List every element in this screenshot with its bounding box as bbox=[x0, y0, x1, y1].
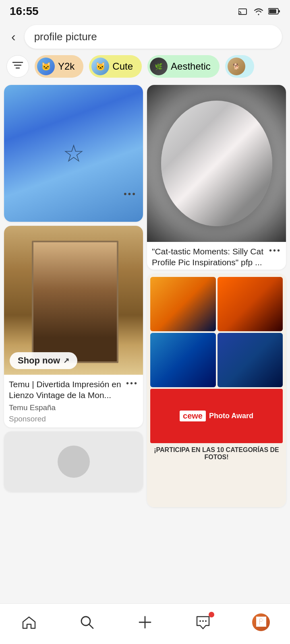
status-bar: 16:55 bbox=[0, 0, 290, 21]
filter-icon bbox=[12, 61, 23, 72]
bottom-nav: 🅿 bbox=[0, 603, 290, 644]
svg-line-9 bbox=[89, 624, 93, 628]
chip-aesthetic[interactable]: 🌿 Aesthetic bbox=[147, 55, 220, 78]
cewe-award-text: Photo Award bbox=[209, 412, 253, 420]
photo-thumb-3 bbox=[150, 333, 216, 387]
pin-photo-award[interactable]: cewe Photo Award ¡PARTICIPA EN LAS 10 CA… bbox=[147, 274, 286, 507]
mona-ad-more[interactable]: ••• bbox=[126, 379, 138, 388]
chip-y2k-avatar: 🐱 bbox=[37, 58, 55, 75]
fisheye-title-row: "Cat-tastic Moments: Silly Cat Profile P… bbox=[147, 242, 286, 270]
filter-button[interactable] bbox=[6, 55, 29, 78]
pin-mona-image: Shop now ↗ bbox=[4, 226, 143, 375]
svg-point-13 bbox=[202, 620, 204, 622]
gray-circle bbox=[58, 446, 90, 478]
photo-award-description: ¡PARTICIPA EN LAS 10 CATEGORÍAS DE FOTOS… bbox=[150, 445, 283, 499]
pin-blue-cat[interactable]: ••• bbox=[4, 85, 143, 222]
messages-badge bbox=[209, 612, 214, 617]
search-input-text: profile picture bbox=[34, 31, 97, 43]
pin-fisheye-image bbox=[147, 85, 286, 242]
search-bar-row: ‹ profile picture bbox=[0, 21, 290, 55]
chip-extra[interactable]: 🐕 bbox=[225, 55, 254, 78]
chip-cute[interactable]: 🐱 Cute bbox=[89, 55, 142, 78]
search-input-wrap[interactable]: profile picture bbox=[25, 25, 282, 49]
nav-home[interactable] bbox=[13, 610, 45, 634]
nav-messages[interactable] bbox=[187, 610, 219, 634]
shop-now-button[interactable]: Shop now ↗ bbox=[10, 352, 77, 369]
pin-grid: ••• Shop now ↗ Temu | Divertida Impresió… bbox=[0, 85, 290, 507]
mona-ad-title: Temu | Divertida Impresión en Lienzo Vin… bbox=[9, 379, 123, 401]
fisheye-cat-title: "Cat-tastic Moments: Silly Cat Profile P… bbox=[152, 246, 266, 268]
battery-icon bbox=[268, 8, 280, 15]
photo-thumb-1 bbox=[150, 277, 216, 331]
shop-arrow-icon: ↗ bbox=[63, 356, 69, 365]
home-icon bbox=[22, 615, 36, 629]
photo-thumb-4 bbox=[218, 333, 283, 387]
wifi-icon bbox=[253, 7, 264, 15]
nav-add[interactable] bbox=[129, 610, 161, 634]
chip-cute-label: Cute bbox=[112, 61, 133, 72]
pin-blue-cat-more[interactable]: ••• bbox=[121, 186, 139, 201]
mona-ad-title-row: Temu | Divertida Impresión en Lienzo Vin… bbox=[4, 375, 143, 402]
pin-placeholder[interactable] bbox=[4, 431, 143, 492]
search-icon bbox=[80, 615, 94, 630]
chip-y2k[interactable]: 🐱 Y2k bbox=[35, 55, 83, 78]
status-time: 16:55 bbox=[10, 5, 39, 18]
back-button[interactable]: ‹ bbox=[8, 28, 19, 46]
mona-ad-source: Temu España bbox=[4, 402, 143, 414]
photo-thumb-2 bbox=[218, 277, 283, 331]
status-icons bbox=[238, 7, 280, 15]
pin-placeholder-image bbox=[4, 431, 143, 492]
profile-icon: 🅿 bbox=[252, 613, 270, 631]
shop-now-label: Shop now bbox=[18, 355, 60, 366]
nav-profile[interactable]: 🅿 bbox=[245, 610, 277, 634]
svg-point-14 bbox=[205, 620, 207, 622]
pin-photo-award-image: cewe Photo Award ¡PARTICIPA EN LAS 10 CA… bbox=[147, 274, 286, 507]
chip-cute-avatar: 🐱 bbox=[91, 58, 109, 75]
chips-row: 🐱 Y2k 🐱 Cute 🌿 Aesthetic 🐕 bbox=[0, 55, 290, 85]
mona-ad-sponsored: Sponsored bbox=[4, 414, 143, 427]
svg-point-12 bbox=[199, 620, 201, 622]
chip-extra-avatar: 🐕 bbox=[228, 58, 245, 75]
nav-search[interactable] bbox=[71, 610, 103, 634]
pin-blue-cat-image bbox=[4, 85, 143, 222]
cast-icon bbox=[238, 7, 249, 15]
pin-mona-ad[interactable]: Shop now ↗ Temu | Divertida Impresión en… bbox=[4, 226, 143, 427]
pin-fisheye-cat[interactable]: "Cat-tastic Moments: Silly Cat Profile P… bbox=[147, 85, 286, 270]
fisheye-cat-more[interactable]: ••• bbox=[269, 246, 281, 255]
chip-aesthetic-avatar: 🌿 bbox=[150, 58, 168, 75]
chip-y2k-label: Y2k bbox=[58, 61, 75, 72]
svg-rect-4 bbox=[279, 10, 280, 12]
add-icon bbox=[138, 615, 152, 630]
chip-aesthetic-label: Aesthetic bbox=[171, 61, 211, 72]
messages-icon bbox=[195, 615, 211, 630]
svg-rect-3 bbox=[269, 9, 276, 13]
cewe-logo: cewe bbox=[180, 411, 206, 421]
cewe-banner: cewe Photo Award bbox=[150, 389, 283, 443]
pin-col-left: ••• Shop now ↗ Temu | Divertida Impresió… bbox=[4, 85, 143, 507]
pin-col-right: "Cat-tastic Moments: Silly Cat Profile P… bbox=[147, 85, 286, 507]
